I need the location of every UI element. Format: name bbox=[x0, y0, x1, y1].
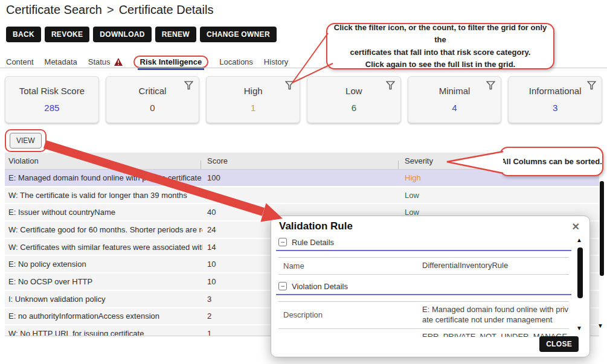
tab-metadata[interactable]: Metadata bbox=[45, 57, 77, 66]
section-underline bbox=[276, 250, 571, 251]
validation-rule-modal: Validation Rule ✕ − Rule Details Name Di… bbox=[271, 216, 590, 357]
close-icon[interactable]: ✕ bbox=[572, 221, 580, 232]
modal-title: Validation Rule bbox=[279, 220, 353, 232]
column-header-score[interactable]: Score bbox=[202, 156, 400, 165]
tab-risk-intelligence[interactable]: Risk Intelligence bbox=[133, 56, 209, 68]
warning-icon bbox=[114, 58, 123, 66]
tab-locations[interactable]: Locations bbox=[219, 57, 253, 66]
card-count[interactable]: 1 bbox=[207, 103, 300, 113]
field-code: Code ERR_PRIVATE_NOT_UNDER_MANAGEMENT bbox=[278, 329, 569, 337]
filter-icon[interactable] bbox=[486, 81, 495, 90]
grid-scrollbar-thumb[interactable] bbox=[600, 181, 604, 276]
page-title: Certificate Details bbox=[119, 3, 214, 16]
column-header-violation[interactable]: Violation bbox=[5, 156, 202, 165]
card-total-risk-score: Total Risk Score 285 bbox=[5, 76, 99, 123]
field-label: Name bbox=[278, 261, 422, 270]
filter-icon[interactable] bbox=[184, 81, 193, 90]
card-informational: Informational 3 bbox=[508, 76, 602, 123]
section-rule-details: − Rule Details bbox=[278, 237, 576, 247]
field-label: Description bbox=[278, 310, 422, 319]
download-button[interactable]: DOWNLOAD bbox=[93, 27, 151, 42]
card-count[interactable]: 0 bbox=[106, 103, 199, 113]
filter-icon[interactable] bbox=[386, 81, 395, 90]
card-high: High 1 bbox=[206, 76, 300, 123]
field-name: Name DifferentialInventoryRule bbox=[278, 258, 569, 275]
view-button[interactable]: VIEW bbox=[10, 133, 42, 148]
card-count[interactable]: 6 bbox=[307, 103, 400, 113]
field-description: Description E: Managed domain found onli… bbox=[278, 302, 569, 329]
table-row[interactable]: W: The certificate is valid for longer t… bbox=[5, 187, 599, 205]
certificate-details-page: Certificate Search>Certificate Details B… bbox=[0, 0, 607, 364]
change-owner-button[interactable]: CHANGE OWNER bbox=[200, 27, 277, 42]
tab-status[interactable]: Status bbox=[88, 57, 123, 66]
card-low: Low 6 bbox=[307, 76, 401, 123]
modal-scroll-up-icon[interactable]: ▲ bbox=[576, 237, 582, 243]
filter-icon[interactable] bbox=[285, 81, 294, 90]
modal-content: − Rule Details Name DifferentialInventor… bbox=[271, 234, 576, 337]
renew-button[interactable]: RENEW bbox=[155, 27, 196, 42]
back-button[interactable]: BACK bbox=[6, 27, 41, 42]
card-count[interactable]: 3 bbox=[509, 103, 602, 113]
grid-scroll-down-icon[interactable]: ▼ bbox=[597, 322, 603, 329]
modal-scroll-down-icon[interactable]: ▼ bbox=[576, 325, 582, 331]
card-count: 285 bbox=[5, 103, 98, 113]
card-count[interactable]: 4 bbox=[408, 103, 501, 113]
revoke-button[interactable]: REVOKE bbox=[45, 27, 89, 42]
section-violation-details: − Violation Details bbox=[278, 281, 576, 292]
breadcrumb-certificate-search[interactable]: Certificate Search bbox=[6, 3, 102, 16]
card-minimal: Minimal 4 bbox=[408, 76, 502, 123]
field-value: E: Managed domain found online with priv… bbox=[422, 305, 569, 325]
action-toolbar: BACK REVOKE DOWNLOAD RENEW CHANGE OWNER bbox=[6, 27, 277, 42]
modal-scrollbar-thumb[interactable] bbox=[577, 247, 583, 298]
close-button[interactable]: CLOSE bbox=[539, 336, 579, 352]
section-underline bbox=[276, 294, 571, 295]
filter-icon[interactable] bbox=[587, 81, 596, 90]
collapse-icon[interactable]: − bbox=[278, 282, 287, 290]
sort-annotation-callout: All Columns can be sorted. bbox=[499, 147, 603, 176]
tab-content[interactable]: Content bbox=[6, 57, 34, 66]
risk-score-cards: Total Risk Score 285 Critical 0 High 1 L… bbox=[5, 76, 602, 123]
filter-annotation-callout: Click the filter icon, or the count, to … bbox=[326, 23, 554, 69]
collapse-icon[interactable]: − bbox=[278, 238, 287, 246]
card-label: Total Risk Score bbox=[5, 86, 98, 96]
section-title: Violation Details bbox=[292, 282, 348, 291]
card-critical: Critical 0 bbox=[106, 76, 200, 123]
view-button-annotation: VIEW bbox=[5, 129, 47, 152]
breadcrumb: Certificate Search>Certificate Details bbox=[6, 3, 213, 17]
section-title: Rule Details bbox=[292, 238, 334, 247]
field-value: DifferentialInventoryRule bbox=[422, 261, 569, 270]
tab-bar: Content Metadata Status Risk Intelligenc… bbox=[6, 55, 288, 68]
breadcrumb-separator: > bbox=[107, 3, 114, 16]
tab-history[interactable]: History bbox=[264, 57, 288, 66]
